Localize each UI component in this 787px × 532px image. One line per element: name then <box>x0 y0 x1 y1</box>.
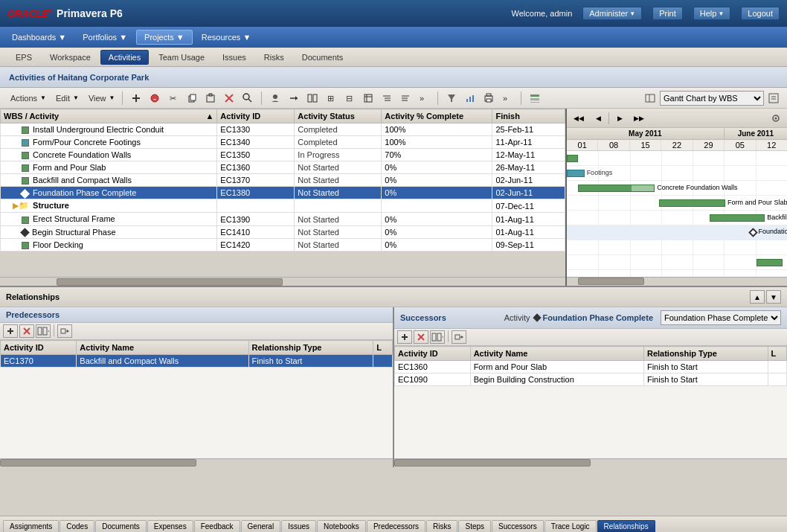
succ-scroll-thumb <box>394 459 591 467</box>
succ-hscroll[interactable] <box>394 458 787 467</box>
pred-add-button[interactable] <box>3 324 18 338</box>
gantt-bar-completed <box>567 155 578 162</box>
activity-table-scroll[interactable]: WBS / Activity ▲ Activity ID Activity St… <box>0 109 565 277</box>
pred-columns-button[interactable] <box>36 324 51 338</box>
succ-assign-button[interactable] <box>452 330 466 344</box>
chart-button[interactable] <box>461 90 479 106</box>
succ-delete-button[interactable] <box>414 330 428 344</box>
subnav-eps[interactable]: EPS <box>7 50 40 65</box>
expand-button[interactable]: ⊞ <box>322 90 340 106</box>
indent-button[interactable] <box>378 90 396 106</box>
more-btn[interactable]: » <box>415 90 433 106</box>
tab-general[interactable]: General <box>241 520 281 532</box>
administer-button[interactable]: Administer ▼ <box>582 7 642 20</box>
table-row[interactable]: Erect Structural Frame EC1390 Not Starte… <box>1 213 565 225</box>
menu-projects[interactable]: Projects ▼ <box>136 30 193 45</box>
cancel-button[interactable] <box>220 90 238 106</box>
activity-dropdown[interactable]: Foundation Phase Complete <box>661 310 781 325</box>
tab-relationships[interactable]: Relationships <box>597 520 655 532</box>
subnav-teamusage[interactable]: Team Usage <box>150 50 213 65</box>
tab-risks[interactable]: Risks <box>426 520 457 532</box>
succ-table-scroll[interactable]: Activity ID Activity Name Relationship T… <box>394 346 787 458</box>
add-activity-button[interactable] <box>127 90 145 106</box>
gantt-mode-button[interactable] <box>641 90 659 106</box>
table-row[interactable]: Form/Pour Concrete Footings EC1340 Compl… <box>1 136 565 149</box>
tab-codes[interactable]: Codes <box>60 520 94 532</box>
row-finish: 02-Jun-11 <box>492 187 565 199</box>
help-button[interactable]: Help ▼ <box>693 7 731 20</box>
paste-button[interactable] <box>202 90 219 106</box>
top-bar: ORACLE® Primavera P6 Welcome, admin Admi… <box>0 0 787 27</box>
add-icon <box>131 93 141 103</box>
columns-button[interactable] <box>303 90 321 106</box>
link-button[interactable] <box>285 90 303 106</box>
menu-portfolios[interactable]: Portfolios ▼ <box>75 31 135 44</box>
filter-button[interactable] <box>443 90 460 106</box>
tab-issues[interactable]: Issues <box>281 520 316 532</box>
outdent-button[interactable] <box>396 90 414 106</box>
gantt-scroll-left[interactable]: ◀ <box>591 110 605 126</box>
succ-col-id: Activity ID <box>395 347 471 361</box>
logout-button[interactable]: Logout <box>741 7 780 20</box>
succ-row[interactable]: EC1090 Begin Building Construction Finis… <box>395 374 787 386</box>
gantt-nav-button[interactable] <box>526 90 544 106</box>
gantt-zoom-out[interactable]: ◀◀ <box>570 110 588 126</box>
menu-resources[interactable]: Resources ▼ <box>194 31 259 44</box>
edit-menu[interactable]: Edit ▼ <box>50 92 82 104</box>
tab-assignments[interactable]: Assignments <box>3 520 59 532</box>
pred-table-scroll[interactable]: Activity ID Activity Name Relationship T… <box>0 340 393 458</box>
cut-button[interactable]: ✂ <box>164 90 182 106</box>
tab-expenses[interactable]: Expenses <box>147 520 193 532</box>
collapse-button[interactable]: ⊟ <box>341 90 359 106</box>
table-row[interactable]: Form and Pour Slab EC1360 Not Started 0%… <box>1 161 565 174</box>
print-preview-button[interactable] <box>480 90 498 106</box>
gantt-label-cfwalls: Concrete Foundation Walls <box>657 184 737 191</box>
assign-button[interactable] <box>266 90 284 106</box>
pred-assign-button[interactable] <box>57 324 72 338</box>
table-row[interactable]: Floor Decking EC1420 Not Started 0% 09-S… <box>1 238 565 251</box>
succ-row[interactable]: EC1360 Form and Pour Slab Finish to Star… <box>395 361 787 374</box>
pred-hscroll[interactable] <box>0 458 393 467</box>
table-row[interactable]: Install Underground Electric Conduit EC1… <box>1 124 565 136</box>
gantt-settings[interactable] <box>768 110 784 126</box>
table-row-selected[interactable]: Foundation Phase Complete EC1380 Not Sta… <box>1 187 565 199</box>
row-finish: 01-Aug-11 <box>492 225 565 238</box>
schedule-button[interactable] <box>359 90 377 106</box>
tab-successors[interactable]: Successors <box>492 520 544 532</box>
more2-btn[interactable]: » <box>498 90 516 106</box>
pred-row[interactable]: EC1370 Backfill and Compact Walls Finish… <box>1 355 393 368</box>
gantt-scroll-right-btn[interactable]: ▶ <box>612 110 627 126</box>
rel-expand-btn[interactable]: ▼ <box>766 290 781 304</box>
gantt-type-select[interactable]: Gantt Chart by WBS <box>660 91 764 106</box>
delete-button[interactable]: - <box>146 90 164 106</box>
tab-documents[interactable]: Documents <box>95 520 147 532</box>
tab-steps[interactable]: Steps <box>458 520 491 532</box>
tab-feedback[interactable]: Feedback <box>194 520 240 532</box>
gantt-hscroll[interactable] <box>567 277 787 286</box>
subnav-issues[interactable]: Issues <box>214 50 254 65</box>
gantt-zoom-in[interactable]: ▶▶ <box>630 110 648 126</box>
succ-add-button[interactable] <box>397 330 412 344</box>
actions-menu[interactable]: Actions ▼ <box>4 92 49 104</box>
table-hscroll[interactable] <box>0 277 565 286</box>
copy-button[interactable] <box>183 90 201 106</box>
view-menu[interactable]: View ▼ <box>83 92 118 104</box>
succ-columns-button[interactable] <box>430 330 445 344</box>
pred-delete-button[interactable] <box>19 324 34 338</box>
gantt-options-button[interactable] <box>765 90 783 106</box>
subnav-workspace[interactable]: Workspace <box>42 50 99 65</box>
subnav-documents[interactable]: Documents <box>294 50 352 65</box>
table-row[interactable]: Backfill and Compact Walls EC1370 Not St… <box>1 174 565 187</box>
table-row[interactable]: Concrete Foundation Walls EC1350 In Prog… <box>1 149 565 161</box>
tab-notebooks[interactable]: Notebooks <box>317 520 366 532</box>
rel-collapse-btn[interactable]: ▲ <box>750 290 765 304</box>
tab-predecessors[interactable]: Predecessors <box>367 520 425 532</box>
table-row[interactable]: ▶📁 Structure 07-Dec-11 <box>1 199 565 213</box>
subnav-risks[interactable]: Risks <box>256 50 292 65</box>
subnav-activities[interactable]: Activities <box>100 50 149 65</box>
find-button[interactable] <box>239 90 257 106</box>
print-button[interactable]: Print <box>652 7 683 20</box>
menu-dashboards[interactable]: Dashboards ▼ <box>4 31 74 44</box>
table-row[interactable]: Begin Structural Phase EC1410 Not Starte… <box>1 225 565 238</box>
tab-tracelogic[interactable]: Trace Logic <box>545 520 597 532</box>
